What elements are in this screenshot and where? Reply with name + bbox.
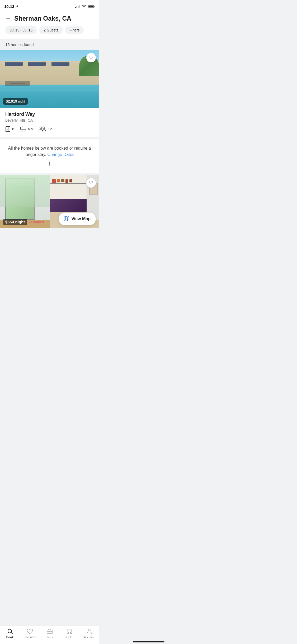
- listing-name-1: Hartford Way: [5, 112, 94, 117]
- favorite-button-1[interactable]: ♡: [86, 53, 96, 62]
- battery-icon: [88, 5, 95, 8]
- price-2: $554 night: [3, 219, 27, 225]
- wifi-icon: [82, 5, 86, 8]
- heart-icon-1: ♡: [89, 55, 93, 60]
- bedrooms-item: 6: [5, 126, 14, 132]
- svg-point-11: [40, 127, 42, 129]
- bathrooms-item: 6.5: [20, 126, 33, 132]
- date-filter-chip[interactable]: Jul 13 - Jul 16: [5, 26, 37, 34]
- booked-badge: • Booked: [29, 220, 44, 224]
- signal-icon: [75, 5, 80, 8]
- svg-rect-1: [77, 6, 77, 8]
- listing-card-1[interactable]: ♡ $2,919 night Hartford Way Beverly Hill…: [0, 50, 99, 137]
- price-unit-2: night: [15, 220, 25, 224]
- price-1: $2,919: [6, 99, 17, 103]
- results-section: 16 homes found: [0, 39, 99, 50]
- svg-rect-2: [78, 6, 79, 8]
- booked-notice: All the homes below are booked or requir…: [0, 139, 99, 173]
- svg-rect-6: [94, 6, 95, 7]
- listing-amenities-1: 6 6.5: [5, 126, 94, 132]
- listing-image-1: ♡ $2,919 night: [0, 50, 99, 108]
- favorite-button-2[interactable]: ♡: [86, 178, 96, 188]
- down-arrow: ↓: [5, 160, 94, 167]
- bedrooms-count: 6: [12, 127, 14, 131]
- content-area: 16 homes found: [0, 39, 99, 254]
- guests-icon: [38, 126, 46, 132]
- heart-icon-2: ♡: [89, 181, 93, 185]
- booked-status: Booked: [31, 220, 44, 224]
- time-label: 10:13: [4, 4, 14, 9]
- listing-info-1: Hartford Way Beverly Hills, CA 6: [0, 108, 99, 137]
- guests-count: 12: [48, 127, 52, 131]
- back-button[interactable]: ←: [5, 15, 11, 22]
- svg-rect-0: [75, 7, 76, 8]
- booked-notice-text: All the homes below are booked or requir…: [5, 145, 94, 158]
- change-dates-link[interactable]: Change Dates: [47, 152, 74, 157]
- svg-point-10: [7, 129, 8, 130]
- map-icon: [64, 216, 69, 222]
- page-title: Sherman Oaks, CA: [14, 15, 71, 22]
- status-time: 10:13 ↗: [4, 4, 18, 9]
- listing-image-2: ♡ $554 night • Booked: [0, 175, 99, 228]
- svg-point-12: [43, 127, 45, 129]
- price-unit-1: night: [18, 100, 25, 103]
- filters-chip[interactable]: Filters: [65, 26, 84, 34]
- svg-point-4: [84, 7, 84, 8]
- door-icon: [5, 126, 11, 132]
- view-map-label: View Map: [71, 217, 91, 221]
- view-map-button[interactable]: View Map: [59, 213, 96, 225]
- price-value-2: $554: [5, 220, 14, 224]
- svg-rect-3: [79, 5, 80, 8]
- guests-item: 12: [38, 126, 52, 132]
- listing-card-2[interactable]: ♡ $554 night • Booked: [0, 175, 99, 228]
- status-icons: [75, 5, 95, 8]
- price-booked-row: $554 night • Booked: [3, 219, 44, 225]
- filter-row: Jul 13 - Jul 16 2 Guests Filters: [5, 26, 94, 34]
- header-top: ← Sherman Oaks, CA: [5, 15, 94, 22]
- svg-marker-13: [64, 216, 69, 221]
- results-count: 16 homes found: [5, 42, 34, 47]
- status-bar: 10:13 ↗: [0, 0, 99, 12]
- header: ← Sherman Oaks, CA Jul 13 - Jul 16 2 Gue…: [0, 12, 99, 39]
- svg-rect-7: [88, 5, 93, 7]
- bath-icon: [20, 126, 26, 132]
- location-icon: ↗: [15, 4, 18, 8]
- guests-filter-chip[interactable]: 2 Guests: [39, 26, 63, 34]
- listing-location-1: Beverly Hills, CA: [5, 118, 94, 122]
- bathrooms-count: 6.5: [28, 127, 33, 131]
- price-badge-1: $2,919 night: [3, 98, 28, 105]
